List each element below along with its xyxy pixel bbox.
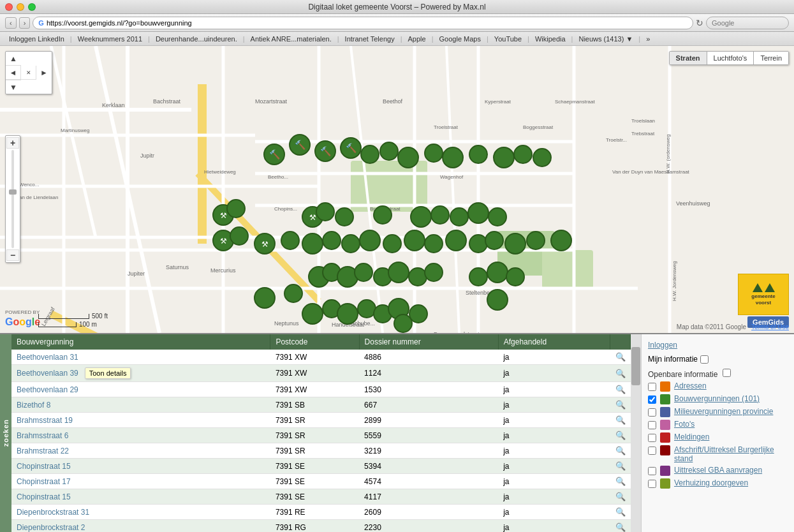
table-scrollbar[interactable] [631,334,641,532]
svg-point-74 [380,142,398,160]
row-search-icon[interactable]: 🔍 [615,477,626,486]
pan-center-button[interactable]: ✕ [21,66,36,80]
bookmark-youtube[interactable]: YouTube [490,34,526,44]
bookmark-deurenhande[interactable]: Deurenhande...uindeuren. [152,34,241,44]
label-adressen[interactable]: Adressen [674,381,707,390]
address-link[interactable]: Beethovenlaan 31 [17,353,78,362]
row-search-icon[interactable]: 🔍 [615,522,626,532]
map-type-straten[interactable]: Straten [670,52,707,64]
pan-down-button[interactable]: ▼ [6,80,21,94]
label-verhuizing[interactable]: Verhuizing doorgeven [674,478,748,487]
address-link[interactable]: Beethovenlaan 39 [17,369,78,378]
row-search-icon[interactable]: 🔍 [615,431,626,440]
icon-milieuvergunningen [660,407,670,417]
label-fotos[interactable]: Foto's [674,420,695,429]
row-search-icon[interactable]: 🔍 [615,507,626,517]
col-header-postcode: Postcode [270,334,359,350]
label-meldingen[interactable]: Meldingen [674,432,709,441]
row-search-icon[interactable]: 🔍 [615,385,626,394]
row-search-icon[interactable]: 🔍 [615,492,626,501]
label-afschrift[interactable]: Afschrift/Uittreksel Burgerlijke stand [674,445,788,463]
svg-rect-5 [198,84,207,244]
close-button[interactable] [5,3,13,11]
chevron-2 [765,283,775,292]
zoom-track [11,150,14,248]
address-link[interactable]: Bizethof 8 [17,401,50,410]
address-link[interactable]: Brahmsstraat 19 [17,416,73,425]
label-milieuvergunningen[interactable]: Milieuvergunningen provincie [674,407,773,416]
url-bar[interactable]: G https://voorst.gemgids.nl/?go=bouwverg… [33,17,693,29]
zoom-slider[interactable]: + − [5,135,20,263]
cell-address: Diepenbrockstraat 31 [11,505,270,520]
address-link[interactable]: Diepenbrockstraat 2 [17,523,85,532]
label-bouwvergunningen[interactable]: Bouwvergunningen (101) [674,394,760,403]
svg-text:Troelslaan: Troelslaan [631,118,655,124]
maximize-button[interactable] [28,3,36,11]
forward-button[interactable]: › [19,17,31,29]
address-link[interactable]: Diepenbrockstraat 31 [17,508,89,517]
address-link[interactable]: Chopinstraat 17 [17,477,71,486]
address-link[interactable]: Chopinstraat 15 [17,462,71,471]
mijn-info-section: Mijn informatie [648,355,788,364]
map-type-terrein[interactable]: Terrein [754,52,788,64]
refresh-button[interactable]: ↻ [696,18,703,28]
search-input[interactable] [706,17,789,29]
pan-right-button[interactable]: ► [36,66,52,80]
inloggen-link[interactable]: Inloggen [648,341,677,350]
svg-point-123 [302,304,323,324]
checkbox-milieuvergunningen[interactable] [648,408,656,417]
icon-adressen [660,381,670,392]
pan-up-button[interactable]: ▲ [6,52,21,66]
bookmark-more[interactable]: » [642,34,654,44]
address-link[interactable]: Chopinstraat 15 [17,492,71,501]
bookmark-intranet[interactable]: Intranet Telengy [341,34,399,44]
svg-point-109 [551,230,571,251]
bookmark-antiek[interactable]: Antiek ANRE...materialen. [247,34,335,44]
bookmark-nieuws[interactable]: Nieuws (1413) ▼ [575,34,636,44]
svg-point-79 [494,147,514,168]
svg-rect-3 [542,250,593,288]
row-search-icon[interactable]: 🔍 [615,461,626,471]
address-link[interactable]: Beethovenlaan 29 [17,385,78,394]
svg-point-119 [425,263,443,281]
svg-text:Troelstraat: Troelstraat [434,124,459,130]
cell-address: Bizethof 8 [11,397,270,413]
checkbox-bouwvergunningen[interactable] [648,395,656,404]
bookmark-wikipedia[interactable]: Wikipedia [531,34,570,44]
zoom-thumb[interactable] [9,189,17,195]
address-link[interactable]: Brahmsstraat 6 [17,431,68,440]
svg-point-88 [411,207,431,227]
mijn-info-checkbox[interactable] [700,355,709,364]
openbare-info-checkbox[interactable] [723,369,731,377]
zoom-in-button[interactable]: + [6,137,19,149]
checkbox-fotos[interactable] [648,421,656,429]
pan-left-button[interactable]: ◄ [6,66,21,80]
row-search-icon[interactable]: 🔍 [615,415,626,425]
svg-text:H.W. Jordensweg: H.W. Jordensweg [672,261,677,301]
bookmark-inloggen-linkedin[interactable]: Inloggen LinkedIn [5,34,68,44]
svg-point-90 [450,208,468,226]
checkbox-uittreksel-gba[interactable] [648,467,656,475]
table-row: Bizethof 87391 SB667ja🔍 [11,397,631,413]
bookmark-apple[interactable]: Apple [404,34,430,44]
back-button[interactable]: ‹ [5,17,17,29]
svg-text:Martinusweg: Martinusweg [61,128,89,133]
terms-of-use-link[interactable]: Terms of Use [751,323,789,330]
row-search-icon[interactable]: 🔍 [615,369,626,378]
checkbox-adressen[interactable] [648,383,656,391]
map-type-luchtfotos[interactable]: Luchtfoto's [707,52,754,64]
row-search-icon[interactable]: 🔍 [615,400,626,410]
row-search-icon[interactable]: 🔍 [615,446,626,455]
minimize-button[interactable] [17,3,24,11]
zoeken-tab[interactable]: zoeken [0,334,11,532]
checkbox-afschrift[interactable] [648,447,656,455]
zoom-out-button[interactable]: − [6,249,19,261]
label-uittreksel-gba[interactable]: Uittreksel GBA aanvragen [674,466,762,475]
checkbox-meldingen[interactable] [648,434,656,442]
row-search-icon[interactable]: 🔍 [615,352,626,362]
scrollbar-thumb[interactable] [631,347,640,385]
bookmark-googlemaps[interactable]: Google Maps [436,34,485,44]
address-link[interactable]: Brahmstraat 22 [17,447,69,455]
bookmark-weeknummers[interactable]: Weeknummers 2011 [74,34,146,44]
checkbox-verhuizing[interactable] [648,480,656,488]
